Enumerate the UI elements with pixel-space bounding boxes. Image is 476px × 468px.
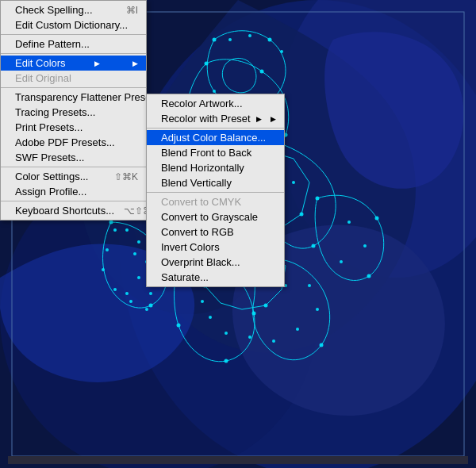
menu-item-recolor-artwork[interactable]: Recolor Artwork...	[147, 96, 284, 111]
submenu-arrow-icon: ▶	[94, 59, 100, 67]
menu-item-edit-original: Edit Original	[1, 71, 146, 86]
menu-item-invert-colors[interactable]: Invert Colors	[147, 240, 284, 255]
svg-point-66	[102, 268, 105, 271]
menu-item-define-pattern[interactable]: Define Pattern...	[1, 36, 146, 52]
svg-point-13	[225, 359, 228, 363]
menu-item-blend-front-to-back[interactable]: Blend Front to Back	[147, 145, 284, 160]
separator-sub-1	[147, 128, 284, 129]
svg-point-58	[272, 339, 275, 343]
svg-point-23	[177, 324, 181, 328]
menu-item-blend-vertically[interactable]: Blend Vertically	[147, 175, 284, 190]
svg-point-20	[316, 197, 320, 201]
submenu-arrow-icon-2: ▶	[256, 115, 262, 123]
svg-point-37	[340, 260, 343, 263]
menu-item-convert-to-rgb[interactable]: Convert to RGB	[147, 224, 284, 240]
svg-point-67	[113, 288, 117, 291]
svg-point-40	[280, 50, 283, 53]
svg-point-5	[260, 70, 264, 74]
menu-item-keyboard-shortcuts[interactable]: Keyboard Shortcuts... ⌥⇧⌘K	[1, 203, 146, 218]
menu-item-saturate[interactable]: Saturate...	[147, 270, 284, 285]
svg-point-18	[109, 221, 113, 224]
menu-item-overprint-black[interactable]: Overprint Black...	[147, 255, 284, 270]
menu-item-transparency-flattener[interactable]: Transparency Flattener Presets...	[1, 90, 146, 105]
svg-point-28	[300, 213, 304, 217]
svg-point-70	[149, 292, 152, 295]
edit-colors-submenu: Recolor Artwork... Recolor with Preset ▶…	[146, 94, 285, 287]
menu-item-print-presets[interactable]: Print Presets...	[1, 120, 146, 135]
menu-item-adobe-pdf-presets[interactable]: Adobe PDF Presets...	[1, 135, 146, 150]
svg-point-49	[292, 181, 295, 184]
svg-point-4	[205, 62, 209, 66]
svg-point-56	[316, 308, 319, 311]
svg-point-36	[363, 244, 367, 247]
svg-point-11	[312, 244, 316, 248]
menu-item-recolor-with-preset[interactable]: Recolor with Preset ▶	[147, 111, 284, 126]
svg-point-74	[125, 228, 129, 232]
svg-point-69	[145, 308, 148, 311]
svg-point-14	[320, 343, 324, 347]
menu-item-adjust-color-balance[interactable]: Adjust Color Balance...	[147, 130, 284, 145]
menu-item-assign-profile[interactable]: Assign Profile...	[1, 184, 146, 199]
menu-item-color-settings[interactable]: Color Settings... ⇧⌘K	[1, 169, 146, 184]
menu-item-edit-custom-dict[interactable]: Edit Custom Dictionary...	[1, 17, 146, 33]
separator-sub-2	[147, 192, 284, 193]
separator-1	[1, 34, 146, 35]
svg-point-34	[137, 276, 140, 279]
svg-point-31	[264, 304, 268, 308]
svg-point-57	[296, 328, 299, 331]
svg-point-62	[201, 300, 204, 303]
svg-point-33	[125, 292, 129, 295]
separator-2	[1, 53, 146, 54]
svg-point-32	[133, 252, 136, 255]
svg-point-64	[113, 228, 117, 232]
svg-rect-76	[8, 456, 468, 464]
svg-point-60	[225, 332, 228, 335]
svg-point-59	[248, 336, 251, 339]
svg-point-22	[367, 274, 371, 278]
edit-menu-dropdown: Check Spelling... ⌘I Edit Custom Diction…	[0, 0, 147, 221]
svg-point-15	[213, 38, 217, 42]
svg-point-73	[137, 240, 140, 244]
separator-5	[1, 201, 146, 201]
svg-point-38	[228, 38, 232, 41]
svg-point-16	[268, 38, 272, 42]
svg-point-41	[213, 90, 216, 93]
svg-point-65	[106, 248, 109, 251]
svg-point-24	[252, 312, 256, 316]
menu-item-convert-to-grayscale[interactable]: Convert to Grayscale	[147, 209, 284, 224]
menu-item-convert-to-cmyk: Convert to CMYK	[147, 194, 284, 209]
menu-item-tracing-presets[interactable]: Tracing Presets...	[1, 105, 146, 120]
menu-item-blend-horizontally[interactable]: Blend Horizontally	[147, 160, 284, 175]
svg-point-39	[248, 34, 251, 37]
menu-item-check-spelling[interactable]: Check Spelling... ⌘I	[1, 2, 146, 17]
svg-point-35	[347, 221, 351, 224]
menu-item-edit-colors[interactable]: Edit Colors ▶	[1, 56, 146, 71]
separator-3	[1, 87, 146, 88]
svg-point-19	[149, 304, 153, 308]
menu-item-swf-presets[interactable]: SWF Presets...	[1, 150, 146, 165]
svg-point-21	[375, 217, 379, 221]
svg-point-55	[308, 284, 311, 287]
svg-point-61	[209, 316, 212, 319]
svg-point-68	[129, 300, 132, 303]
separator-4	[1, 167, 146, 167]
